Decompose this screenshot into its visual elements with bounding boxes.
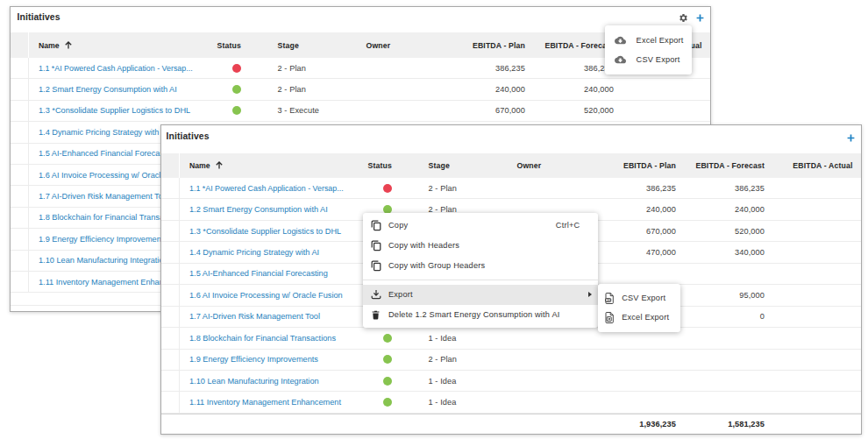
svg-text:CSV: CSV <box>606 298 611 301</box>
